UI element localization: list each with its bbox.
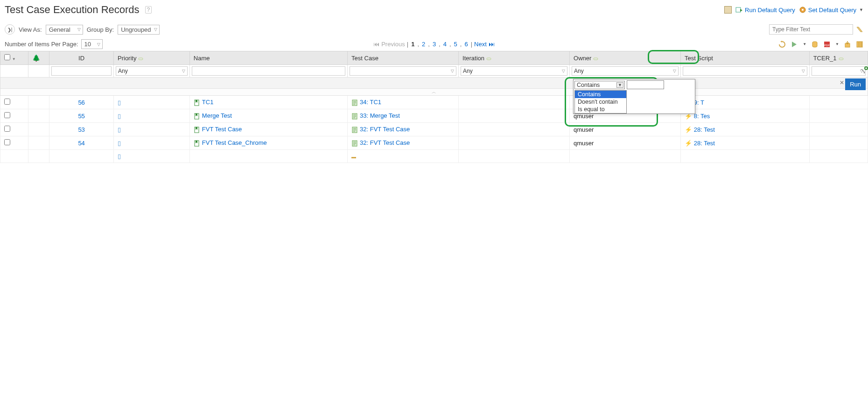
col-checkbox[interactable]: ▼ (0, 51, 28, 65)
accordion-toggle[interactable]: ︿ (0, 89, 868, 96)
row-testcase[interactable]: 34: TC1 (360, 99, 381, 106)
row-checkbox[interactable] (4, 99, 10, 105)
priority-icon: ▯ (118, 113, 121, 120)
page-4[interactable]: 4 (442, 41, 448, 48)
database-icon[interactable] (811, 41, 819, 48)
filter-id[interactable] (49, 65, 114, 78)
page-1[interactable]: 1 (410, 41, 415, 48)
filter-option-is-equal-to[interactable]: Is equal to (575, 106, 626, 113)
row-name[interactable]: FVT Test Case_Chrome (202, 139, 267, 146)
svg-rect-11 (487, 58, 491, 60)
table-row[interactable]: 56 ▯ TC1 34: TC1 qmuser ⚡ 9: T (0, 96, 868, 109)
row-id[interactable]: 55 (78, 113, 84, 120)
col-test-script[interactable]: Test Script (681, 51, 810, 65)
script-icon: ⚡ (685, 140, 692, 147)
table-row[interactable]: 54 ▯ FVT Test Case_Chrome 32: FVT Test C… (0, 136, 868, 150)
note-icon (351, 127, 358, 133)
page-2[interactable]: 2 (421, 41, 426, 48)
priority-icon: ▯ (118, 99, 121, 106)
col-iteration[interactable]: Iteration (459, 51, 570, 65)
type-filter-input[interactable] (769, 24, 853, 35)
col-name[interactable]: Name (189, 51, 347, 65)
page-5[interactable]: 5 (453, 41, 458, 48)
filter-owner-select[interactable]: Any▽ (572, 66, 679, 76)
pager: ⏮ Previous | 1, 2, 3, 4, 5, 6 | Next ⏭ (373, 41, 495, 48)
svg-point-2 (802, 9, 804, 11)
col-test-case[interactable]: Test Case (348, 51, 459, 65)
filter-id-input[interactable] (51, 66, 112, 76)
col-priority[interactable]: Priority (114, 51, 190, 65)
select-all-checkbox[interactable] (4, 54, 10, 60)
table-row[interactable]: 53 ▯ FVT Test Case 32: FVT Test Case qmu… (0, 123, 868, 136)
row-testcase[interactable]: 32: FVT Test Case (360, 126, 410, 133)
refresh-icon[interactable] (778, 41, 786, 48)
row-checkbox[interactable] (4, 139, 10, 145)
row-id[interactable]: 56 (78, 99, 84, 106)
row-script[interactable]: 28: Test (694, 126, 715, 133)
row-id[interactable]: 54 (78, 140, 84, 147)
note-icon (351, 99, 358, 106)
export-dropdown-arrow[interactable]: ▼ (835, 42, 839, 46)
link-icon (138, 56, 143, 61)
filter-priority-select[interactable]: Any▽ (116, 66, 188, 76)
set-default-query-link[interactable]: Set Default Query ▼ (799, 6, 863, 14)
clear-filter-icon[interactable] (856, 26, 863, 33)
svg-rect-0 (736, 7, 741, 12)
row-checkbox[interactable] (4, 112, 10, 118)
col-owner[interactable]: Owner (570, 51, 681, 65)
col-id[interactable]: ID (49, 51, 114, 65)
filter-operator-value: Contains (577, 82, 600, 88)
columns-icon[interactable] (856, 41, 863, 48)
import-icon[interactable] (844, 41, 851, 48)
svg-text:PDF: PDF (824, 44, 830, 47)
last-page-icon[interactable]: ⏭ (489, 41, 495, 48)
filter-operator-options: Contains Doesn't contain Is equal to (574, 90, 627, 114)
filter-testcase-select[interactable]: ▽ (350, 66, 456, 76)
filter-iteration-select[interactable]: Any▽ (461, 66, 567, 76)
priority-icon: ▯ (118, 153, 121, 160)
filter-value-input[interactable] (627, 80, 664, 89)
view-as-value: General (49, 26, 70, 33)
row-script[interactable]: 28: Test (694, 140, 715, 147)
row-iteration (459, 109, 570, 123)
row-name[interactable]: Merge Test (202, 112, 232, 119)
group-by-select[interactable]: Ungrouped ▽ (118, 25, 160, 35)
filter-option-doesnt-contain[interactable]: Doesn't contain (575, 98, 626, 106)
row-script-partial[interactable]: 9: T (694, 99, 704, 106)
run-dropdown-arrow[interactable]: ▼ (803, 42, 806, 46)
row-testcase[interactable]: 33: Merge Test (360, 112, 400, 119)
items-per-page-select[interactable]: 10 ▽ (81, 39, 103, 49)
filter-tcer1-select[interactable]: ▽ (812, 66, 866, 76)
row-name[interactable]: FVT Test Case (202, 126, 242, 133)
items-per-page-label: Number of Items Per Page: (5, 41, 78, 48)
row-iteration (459, 96, 570, 109)
filter-option-contains[interactable]: Contains (575, 91, 626, 98)
row-testcase[interactable]: 32: FVT Test Case (360, 139, 410, 146)
pdf-icon[interactable]: PDF (823, 41, 831, 48)
clipboard-icon[interactable] (724, 6, 732, 14)
row-script-partial[interactable]: 8: Tes (694, 113, 710, 120)
table-row[interactable]: 55 ▯ Merge Test 33: Merge Test qmuser ⚡ … (0, 109, 868, 123)
next-link[interactable]: Next (474, 41, 487, 48)
filter-tags-area: ✕ Run (0, 78, 868, 89)
collapse-sidebar-button[interactable]: ❯| (5, 24, 15, 35)
add-filter-icon[interactable] (860, 66, 868, 74)
run-button[interactable]: Run (845, 78, 866, 90)
filter-name-input[interactable] (192, 66, 345, 76)
help-icon[interactable]: ? (145, 6, 152, 14)
col-tcer1[interactable]: TCER_1 (809, 51, 868, 65)
view-as-select[interactable]: General ▽ (46, 25, 83, 35)
page-6[interactable]: 6 (463, 41, 469, 48)
filter-name[interactable] (189, 65, 347, 78)
dropdown-arrow-icon: ▽ (77, 27, 81, 32)
col-tree[interactable]: 🌲 (28, 51, 49, 65)
page-3[interactable]: 3 (432, 41, 437, 48)
run-default-query-link[interactable]: Run Default Query (735, 6, 795, 14)
filter-operator-select[interactable]: Contains ▼ (574, 81, 625, 89)
row-id[interactable]: 53 (78, 126, 84, 133)
run-icon[interactable] (791, 41, 798, 48)
row-name[interactable]: TC1 (202, 99, 214, 106)
clear-filters-icon[interactable]: ✕ (840, 79, 844, 86)
row-checkbox[interactable] (4, 126, 10, 132)
filter-script-select[interactable]: ▽ (683, 66, 807, 76)
